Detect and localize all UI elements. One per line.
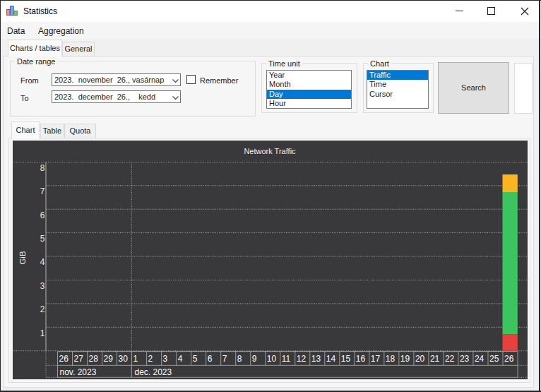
svg-text:26: 26 — [504, 354, 514, 364]
svg-text:13: 13 — [311, 354, 321, 364]
svg-text:Network Traffic: Network Traffic — [244, 147, 296, 155]
svg-text:5: 5 — [193, 354, 198, 364]
svg-text:dec. 2023: dec. 2023 — [135, 367, 172, 377]
svg-text:23: 23 — [460, 354, 470, 364]
svg-text:28: 28 — [89, 354, 99, 364]
svg-text:17: 17 — [371, 354, 381, 364]
svg-text:16: 16 — [356, 354, 366, 364]
svg-text:1: 1 — [133, 354, 138, 364]
svg-text:6: 6 — [40, 210, 45, 220]
svg-text:1: 1 — [40, 328, 45, 338]
svg-text:6: 6 — [208, 354, 213, 364]
svg-text:7: 7 — [40, 186, 45, 196]
svg-text:30: 30 — [119, 354, 129, 364]
svg-text:12: 12 — [297, 354, 307, 364]
svg-text:GiB: GiB — [18, 251, 27, 265]
svg-text:15: 15 — [341, 354, 351, 364]
svg-text:25: 25 — [489, 354, 499, 364]
svg-text:10: 10 — [267, 354, 277, 364]
svg-text:20: 20 — [415, 354, 425, 364]
svg-text:3: 3 — [163, 354, 168, 364]
svg-text:4: 4 — [178, 354, 183, 364]
svg-text:14: 14 — [326, 354, 336, 364]
svg-text:nov. 2023: nov. 2023 — [60, 367, 97, 377]
svg-text:5: 5 — [40, 234, 45, 244]
svg-text:29: 29 — [104, 354, 114, 364]
svg-text:22: 22 — [445, 354, 455, 364]
svg-text:2: 2 — [148, 354, 153, 364]
svg-text:18: 18 — [386, 354, 396, 364]
svg-text:24: 24 — [475, 354, 484, 364]
svg-text:8: 8 — [237, 354, 242, 364]
svg-text:9: 9 — [252, 354, 257, 364]
svg-text:19: 19 — [400, 354, 410, 364]
svg-text:21: 21 — [430, 354, 440, 364]
svg-text:8: 8 — [40, 163, 45, 173]
svg-text:11: 11 — [282, 354, 291, 364]
svg-text:7: 7 — [222, 354, 227, 364]
svg-text:3: 3 — [40, 281, 45, 291]
svg-text:2: 2 — [40, 304, 45, 314]
svg-text:26: 26 — [59, 354, 69, 364]
svg-text:27: 27 — [74, 354, 84, 364]
svg-text:4: 4 — [40, 257, 45, 267]
